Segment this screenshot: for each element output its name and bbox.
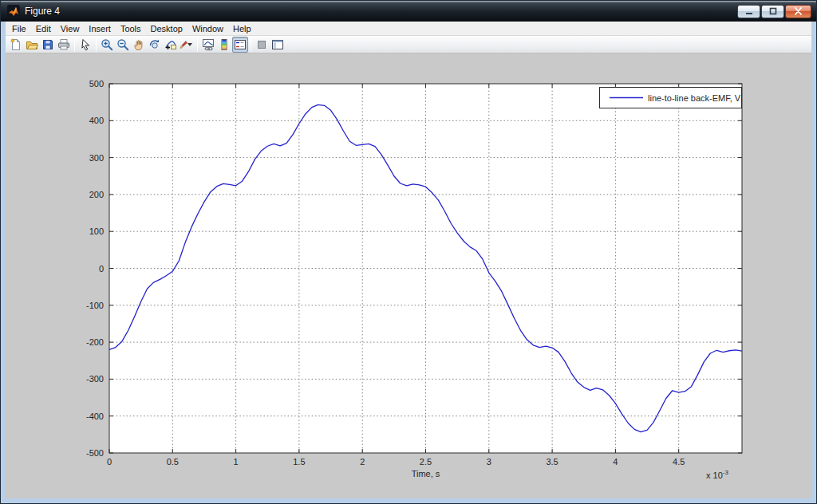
legend[interactable]: line-to-line back-EMF, V [600, 88, 742, 108]
figure-window: Figure 4 FileEditViewInsertToolsDesktopW… [0, 0, 817, 504]
y-tick-label: 300 [89, 153, 104, 163]
minimize-icon [744, 8, 754, 15]
x-tick-label: 3 [487, 457, 491, 467]
x-axis-exponent: x 10-3 [706, 469, 728, 480]
data-cursor-icon [164, 38, 177, 51]
menu-item-insert[interactable]: Insert [84, 22, 116, 35]
menu-bar: FileEditViewInsertToolsDesktopWindowHelp [6, 22, 811, 36]
show-plot-tools-dock-button[interactable] [270, 37, 286, 53]
x-tick-label: 4 [613, 457, 618, 467]
hide-plot-tools-icon [255, 38, 268, 51]
rotate-3d-icon [148, 38, 161, 51]
open-folder-icon [26, 38, 38, 51]
menu-item-desktop[interactable]: Desktop [146, 22, 187, 35]
toolbar-separator [197, 38, 198, 51]
link-plot-icon [202, 38, 215, 51]
menu-item-view[interactable]: View [56, 22, 85, 35]
x-tick-label: 1.5 [293, 457, 305, 467]
insert-colorbar-button[interactable] [216, 37, 232, 53]
brush-data-button[interactable] [179, 37, 195, 53]
menu-item-edit[interactable]: Edit [31, 22, 56, 35]
brush-icon [180, 38, 187, 51]
brush-dropdown-caret[interactable] [187, 43, 192, 46]
zoom-out-icon [116, 38, 129, 51]
x-tick-label: 0 [107, 457, 112, 467]
toolbar [6, 36, 811, 53]
new-figure-icon [10, 38, 22, 51]
x-tick-labels: 00.511.522.533.544.5 [107, 457, 685, 467]
close-icon [794, 7, 803, 15]
y-tick-label: -400 [86, 411, 104, 421]
figure-canvas: 00.511.522.533.544.5-500-400-300-200-100… [6, 53, 811, 498]
edit-plot-button[interactable] [77, 37, 93, 53]
y-tick-label: 200 [89, 190, 104, 199]
save-icon [41, 38, 54, 51]
maximize-button[interactable] [761, 5, 784, 18]
menu-item-tools[interactable]: Tools [116, 22, 146, 35]
legend-label: line-to-line back-EMF, V [648, 93, 741, 103]
printer-icon [57, 38, 70, 51]
close-button[interactable] [785, 5, 811, 18]
title-bar[interactable]: Figure 4 [1, 1, 816, 22]
y-tick-label: -100 [86, 301, 104, 310]
zoom-in-icon [101, 38, 113, 51]
y-tick-label: 0 [99, 264, 104, 274]
y-tick-label: -200 [86, 337, 104, 347]
show-plot-tools-icon [271, 38, 284, 51]
zoom-in-button[interactable] [99, 37, 115, 53]
link-plot-button[interactable] [200, 37, 216, 53]
x-tick-label: 0.5 [167, 457, 179, 467]
y-tick-label: 400 [89, 116, 104, 125]
x-tick-label: 4.5 [673, 457, 685, 467]
matlab-icon [7, 5, 20, 18]
x-tick-label: 2 [360, 457, 365, 467]
x-axis-label: Time, s [412, 469, 440, 478]
toolbar-separator [251, 38, 251, 51]
plot: 00.511.522.533.544.5-500-400-300-200-100… [6, 53, 811, 498]
pan-button[interactable] [131, 37, 147, 53]
y-tick-label: 100 [89, 226, 104, 236]
y-tick-label: -300 [86, 374, 104, 384]
data-cursor-button[interactable] [163, 37, 179, 53]
y-tick-label: 500 [89, 79, 104, 89]
toolbar-separator [74, 38, 75, 51]
cursor-arrow-icon [79, 38, 92, 51]
x-tick-label: 3.5 [546, 457, 558, 467]
menu-item-file[interactable]: File [7, 22, 31, 35]
hide-plot-tools-button[interactable] [254, 37, 270, 53]
save-figure-button[interactable] [40, 37, 56, 53]
print-figure-button[interactable] [56, 37, 72, 53]
colorbar-icon [218, 38, 231, 51]
x-tick-label: 1 [234, 457, 239, 467]
window-title: Figure 4 [25, 6, 60, 17]
x-tick-label: 2.5 [420, 457, 432, 467]
y-tick-label: -500 [86, 448, 104, 458]
maximize-icon [768, 7, 778, 15]
zoom-out-button[interactable] [115, 37, 131, 53]
menu-item-window[interactable]: Window [187, 22, 228, 35]
legend-icon [234, 38, 247, 51]
menu-item-help[interactable]: Help [228, 22, 256, 35]
hand-icon [132, 38, 145, 51]
rotate-3d-button[interactable] [147, 37, 163, 53]
new-figure-button[interactable] [8, 37, 24, 53]
window-frame: FileEditViewInsertToolsDesktopWindowHelp [1, 22, 816, 503]
open-file-button[interactable] [24, 37, 40, 53]
window-controls [737, 5, 811, 18]
y-tick-labels: -500-400-300-200-1000100200300400500 [86, 79, 104, 458]
minimize-button[interactable] [737, 5, 760, 18]
insert-legend-button[interactable] [232, 37, 248, 53]
toolbar-separator [96, 38, 97, 51]
